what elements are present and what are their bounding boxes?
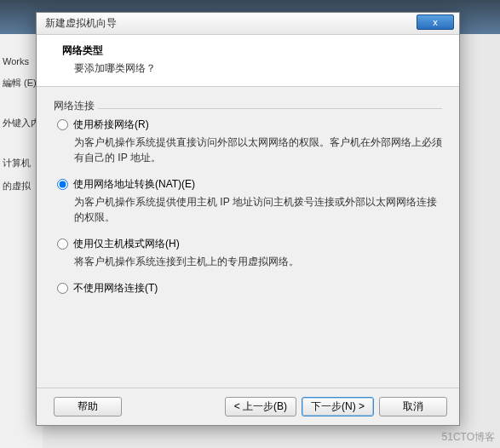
radio-bridged[interactable]: 使用桥接网络(R) (54, 118, 442, 132)
option-bridged: 使用桥接网络(R) 为客户机操作系统提供直接访问外部以太网网络的权限。客户机在外… (54, 118, 442, 165)
radio-none[interactable]: 不使用网络连接(T) (54, 281, 442, 296)
option-none: 不使用网络连接(T) (54, 281, 442, 296)
page-title: 网络类型 (62, 43, 445, 58)
option-nat: 使用网络地址转换(NAT)(E) 为客户机操作系统提供使用主机 IP 地址访问主… (54, 177, 442, 225)
wizard-header: 网络类型 要添加哪类网络？ (37, 35, 459, 87)
next-button[interactable]: 下一步(N) > (302, 397, 374, 416)
radio-hostonly-input[interactable] (57, 238, 68, 250)
divider (98, 108, 442, 109)
radio-bridged-input[interactable] (57, 119, 68, 130)
wizard-footer: 帮助 < 上一步(B) 下一步(N) > 取消 (37, 388, 459, 425)
group-label: 网络连接 (54, 99, 442, 113)
radio-nat-label: 使用网络地址转换(NAT)(E) (73, 177, 195, 192)
radio-hostonly[interactable]: 使用仅主机模式网络(H) (54, 237, 442, 251)
radio-nat[interactable]: 使用网络地址转换(NAT)(E) (54, 177, 442, 192)
desc-bridged: 为客户机操作系统提供直接访问外部以太网网络的权限。客户机在外部网络上必须有自己的… (54, 135, 442, 165)
radio-hostonly-label: 使用仅主机模式网络(H) (73, 237, 180, 251)
cancel-button[interactable]: 取消 (379, 397, 447, 416)
wizard-dialog: 新建虚拟机向导 x 网络类型 要添加哪类网络？ 网络连接 使用桥接网络(R) 为… (36, 12, 460, 426)
radio-nat-input[interactable] (57, 179, 68, 190)
page-subtitle: 要添加哪类网络？ (62, 61, 445, 76)
option-hostonly: 使用仅主机模式网络(H) 将客户机操作系统连接到主机上的专用虚拟网络。 (54, 237, 442, 269)
wizard-content: 网络连接 使用桥接网络(R) 为客户机操作系统提供直接访问外部以太网网络的权限。… (37, 87, 459, 388)
back-button[interactable]: < 上一步(B) (225, 397, 296, 416)
radio-bridged-label: 使用桥接网络(R) (73, 118, 149, 132)
radio-none-input[interactable] (57, 283, 68, 294)
watermark: 51CTO博客 (442, 430, 495, 445)
help-button[interactable]: 帮助 (54, 397, 122, 416)
dialog-title: 新建虚拟机向导 (40, 16, 117, 31)
close-button[interactable]: x (417, 14, 454, 30)
desc-nat: 为客户机操作系统提供使用主机 IP 地址访问主机拨号连接或外部以太网网络连接的权… (54, 194, 442, 225)
radio-none-label: 不使用网络连接(T) (73, 281, 158, 296)
desc-hostonly: 将客户机操作系统连接到主机上的专用虚拟网络。 (54, 254, 442, 269)
dialog-titlebar[interactable]: 新建虚拟机向导 x (37, 13, 459, 35)
